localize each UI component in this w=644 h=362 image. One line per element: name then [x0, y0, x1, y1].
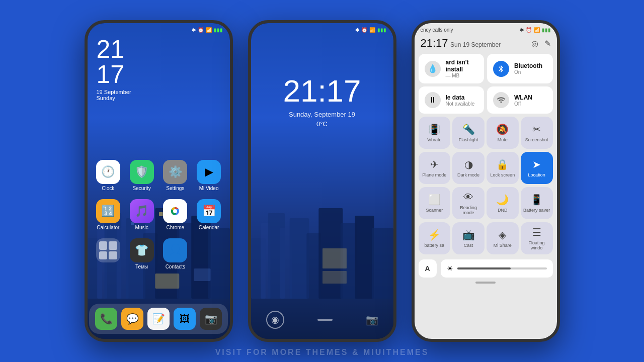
wlan-title: WLAN — [514, 94, 532, 101]
dock-messages[interactable]: 💬 — [121, 308, 143, 330]
tile-float-window[interactable]: ☰ Floating windo — [521, 222, 553, 254]
themes-icon[interactable]: 👕 — [130, 238, 154, 262]
float-window-label: Floating windo — [523, 240, 551, 250]
folder-icon[interactable] — [96, 238, 120, 262]
app-security[interactable]: 🛡️ Security — [127, 160, 156, 191]
app-chrome[interactable]: Chrome — [160, 199, 190, 230]
app-row-1: 🕐 Clock 🛡️ Security ⚙️ Settings ▶ Mi Vid… — [88, 156, 230, 195]
text-size-button[interactable]: A — [419, 259, 437, 278]
mute-icon: 🔕 — [496, 123, 509, 135]
control-time: 21:17 — [421, 37, 448, 49]
lock-date: Sunday, September 19 — [251, 111, 393, 118]
brightness-slider[interactable]: ☀ — [441, 259, 553, 278]
app-contacts[interactable]: 👤 Contacts — [160, 238, 190, 269]
dock-gallery[interactable]: 🖼 — [174, 308, 196, 330]
clock-icon[interactable]: 🕐 — [96, 160, 120, 184]
tile-mute[interactable]: 🔕 Mute — [487, 117, 519, 149]
dock-camera[interactable]: 📷 — [200, 308, 222, 330]
music-icon[interactable]: 🎵 — [130, 199, 154, 223]
app-music-label: Music — [135, 225, 148, 230]
app-calculator[interactable]: 🔢 Calculator — [94, 199, 123, 230]
flashlight-icon: 🔦 — [462, 123, 475, 135]
reading-mode-label: Reading mode — [454, 205, 482, 215]
app-calendar[interactable]: 📅 Calendar — [194, 199, 224, 230]
bluetooth-tile-icon — [493, 61, 509, 77]
contacts-icon[interactable]: 👤 — [163, 238, 187, 262]
mobile-data-title: le data — [446, 94, 475, 101]
chrome-icon[interactable] — [163, 199, 187, 223]
app-row-2: 🔢 Calculator 🎵 Music — [88, 195, 230, 234]
svg-rect-15 — [155, 274, 179, 289]
mobile-data-icon: ⏸ — [425, 92, 441, 108]
app-settings[interactable]: ⚙️ Settings — [160, 160, 190, 191]
icon-grid-row4: ⚡ battery sa 📺 Cast ◈ Mi Share ☰ Floatin… — [415, 222, 557, 257]
tile-screenshot[interactable]: ✂ Screenshot — [521, 117, 553, 149]
security-icon[interactable]: 🛡️ — [130, 160, 154, 184]
ctrl-battery-icon: ▮▮▮ — [542, 27, 551, 33]
app-themes[interactable]: 👕 Темы — [127, 238, 156, 269]
home-hour: 21 — [97, 37, 221, 62]
cast-label: Cast — [464, 243, 473, 248]
lock-time: 21:17 — [251, 33, 393, 109]
tile-plane-mode[interactable]: ✈ Plane mode — [419, 152, 451, 184]
tile-flashlight[interactable]: 🔦 Flashlight — [452, 117, 485, 149]
settings-icon[interactable]: ⚙️ — [163, 160, 187, 184]
app-folder[interactable] — [94, 238, 123, 269]
tile-bluetooth[interactable]: Bluetooth On — [487, 54, 553, 83]
battery-icon: ▮▮▮ — [214, 27, 223, 33]
tile-sd-card[interactable]: 💧 ard isn't install — MB — [419, 54, 485, 83]
app-clock[interactable]: 🕐 Clock — [94, 160, 123, 191]
app-settings-label: Settings — [166, 186, 184, 191]
bluetooth-tile-text: Bluetooth On — [514, 62, 542, 75]
control-status-icons: ✱ ⏰ 📶 ▮▮▮ — [520, 27, 551, 33]
control-date: Sun 19 September — [450, 41, 501, 48]
sd-card-text: ard isn't install — MB — [446, 59, 478, 78]
brightness-track — [457, 267, 547, 269]
tile-battery-sa[interactable]: ⚡ battery sa — [419, 222, 451, 254]
wlan-sub: Off — [514, 101, 532, 107]
edit-header-icon[interactable]: ✎ — [544, 39, 551, 48]
lock-camera-button[interactable]: 📷 — [366, 314, 378, 326]
home-date-line2: Sunday — [97, 95, 221, 101]
lock-screen-label: Lock screen — [491, 172, 515, 177]
calendar-icon[interactable]: 📅 — [197, 199, 221, 223]
bluetooth-title: Bluetooth — [514, 62, 542, 69]
tile-mi-share[interactable]: ◈ Mi Share — [487, 222, 519, 254]
app-music[interactable]: 🎵 Music — [127, 199, 156, 230]
app-mivideo-label: Mi Video — [199, 186, 219, 191]
screenshot-icon: ✂ — [532, 123, 541, 135]
dnd-icon: 🌙 — [496, 194, 509, 206]
status-bar-1: ✱ ⏰ 📶 ▮▮▮ — [88, 23, 230, 33]
mivideo-icon[interactable]: ▶ — [197, 160, 221, 184]
tile-reading-mode[interactable]: 👁 Reading mode — [452, 187, 485, 219]
battery-sa-icon: ⚡ — [428, 229, 441, 241]
app-mivideo[interactable]: ▶ Mi Video — [194, 160, 224, 191]
calculator-icon[interactable]: 🔢 — [96, 199, 120, 223]
vibrate-label: Vibrate — [427, 137, 441, 142]
location-label: Location — [528, 172, 545, 177]
dock-phone[interactable]: 📞 — [95, 308, 117, 330]
tile-battery-saver[interactable]: 📱 Battery saver — [521, 187, 553, 219]
tile-scanner[interactable]: ⬜ Scanner — [419, 187, 451, 219]
dock-notes[interactable]: 📝 — [147, 308, 170, 330]
mobile-data-text: le data Not available — [446, 94, 475, 107]
tile-wlan[interactable]: WLAN Off — [487, 86, 553, 114]
battery-icon-2: ▮▮▮ — [377, 27, 386, 33]
tile-lock-screen[interactable]: 🔒 Lock screen — [487, 152, 519, 184]
screenshot-label: Screenshot — [525, 137, 548, 142]
tile-vibrate[interactable]: 📳 Vibrate — [419, 117, 451, 149]
mi-share-label: Mi Share — [494, 243, 512, 248]
control-time-block: 21:17 Sun 19 September — [421, 37, 501, 50]
tile-location[interactable]: ➤ Location — [521, 152, 553, 184]
tile-dnd[interactable]: 🌙 DND — [487, 187, 519, 219]
app-chrome-label: Chrome — [167, 225, 185, 230]
location-header-icon[interactable]: ◎ — [531, 39, 538, 48]
mobile-data-sub: Not available — [446, 101, 475, 107]
tile-cast[interactable]: 📺 Cast — [452, 222, 485, 254]
svg-rect-24 — [289, 218, 308, 299]
tile-dark-mode[interactable]: ◑ Dark mode — [452, 152, 485, 184]
tile-mobile-data[interactable]: ⏸ le data Not available — [419, 86, 485, 114]
cast-icon: 📺 — [462, 229, 475, 241]
fingerprint-button[interactable]: ◉ — [266, 311, 284, 329]
mi-share-icon: ◈ — [499, 229, 506, 241]
